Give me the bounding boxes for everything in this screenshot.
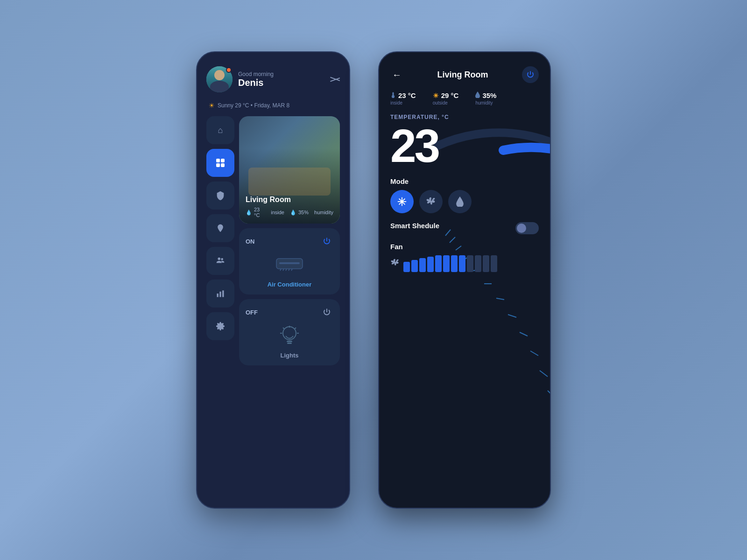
inside-value: 23 °C xyxy=(390,91,416,99)
sun-icon-env: ☀ xyxy=(433,92,439,99)
svg-point-18 xyxy=(283,327,296,340)
svg-rect-20 xyxy=(287,343,292,344)
mode-cool-button[interactable] xyxy=(390,190,414,213)
svg-point-39 xyxy=(392,95,395,98)
fan-bar-9 xyxy=(467,255,473,272)
outside-value: ☀ 29 °C xyxy=(433,91,459,99)
fan-bar-1 xyxy=(403,262,410,272)
fan-bar-group xyxy=(403,255,497,272)
lights-label: Lights xyxy=(246,352,333,359)
fan-bar-5 xyxy=(435,255,442,272)
nav-sidebar: ⌂ xyxy=(206,116,234,494)
svg-point-46 xyxy=(394,262,395,263)
svg-line-26 xyxy=(548,391,551,398)
inside-text: inside xyxy=(271,210,284,215)
nav-users[interactable] xyxy=(206,247,234,275)
menu-button[interactable] xyxy=(330,77,340,81)
left-header: Good morning Denis xyxy=(206,66,340,92)
drop-icon xyxy=(475,91,480,99)
nav-location[interactable] xyxy=(206,214,234,242)
mode-section: Mode xyxy=(390,177,539,213)
humidity-value: 35% xyxy=(475,91,496,99)
svg-line-23 xyxy=(295,328,296,329)
nav-security[interactable] xyxy=(206,182,234,210)
nav-dashboard[interactable] xyxy=(206,149,234,177)
nav-stats[interactable] xyxy=(206,280,234,308)
temperature-display: TEMPERATURE, °C 23 xyxy=(390,114,539,169)
lights-icon-wrap xyxy=(246,323,333,349)
ac-icon xyxy=(275,258,303,273)
ac-label: Air Conditioner xyxy=(246,281,333,288)
inside-label: inside xyxy=(271,207,284,218)
room-info: Living Room 💧 23 °C inside 💧 35% xyxy=(239,190,340,224)
mode-label: Mode xyxy=(390,177,539,185)
weather-text: Sunny 29 °C • Friday, MAR 8 xyxy=(218,102,289,109)
fan-bar-6 xyxy=(443,255,450,272)
svg-rect-0 xyxy=(216,159,220,162)
room-stats: 💧 23 °C inside 💧 35% humidity xyxy=(246,207,333,218)
sun-icon: ☀ xyxy=(209,102,215,109)
phone-left: Good morning Denis ☀ Sunny 29 °C • Frida… xyxy=(196,51,350,509)
fan-section: Fan xyxy=(390,243,539,272)
svg-line-28 xyxy=(530,351,538,356)
room-name: Living Room xyxy=(246,196,333,204)
temp-value: 23 xyxy=(390,122,539,169)
svg-point-6 xyxy=(221,258,223,260)
svg-line-22 xyxy=(283,328,284,329)
lights-power-button[interactable] xyxy=(320,306,333,319)
thermometer-icon: 💧 xyxy=(246,210,252,216)
svg-point-44 xyxy=(401,200,403,203)
main-content: ⌂ xyxy=(206,116,340,494)
user-name: Denis xyxy=(238,77,330,88)
fan-bar-2 xyxy=(411,260,418,272)
back-button[interactable]: ← xyxy=(390,68,403,82)
schedule-toggle[interactable] xyxy=(515,222,539,234)
content-area: Living Room 💧 23 °C inside 💧 35% xyxy=(239,116,340,494)
svg-rect-8 xyxy=(219,292,221,297)
svg-rect-12 xyxy=(279,262,300,264)
svg-rect-19 xyxy=(287,341,292,342)
humidity-icon: 💧 xyxy=(290,210,296,216)
light-bulb-icon xyxy=(279,325,300,348)
fan-bar-3 xyxy=(419,258,426,272)
ac-icon-wrap xyxy=(246,252,333,278)
svg-rect-7 xyxy=(217,294,218,297)
mode-buttons xyxy=(390,190,539,213)
outside-temp-display: 29 °C xyxy=(441,91,459,99)
mode-dry-button[interactable] xyxy=(448,190,472,213)
svg-rect-3 xyxy=(221,163,225,167)
fan-bar-11 xyxy=(483,255,489,272)
ac-power-button[interactable] xyxy=(320,235,333,248)
svg-rect-9 xyxy=(222,290,224,297)
room-power-button[interactable] xyxy=(522,66,539,83)
svg-rect-2 xyxy=(216,163,220,167)
ac-device-card[interactable]: ON xyxy=(239,228,340,294)
greeting-text: Good morning xyxy=(238,71,330,77)
nav-home[interactable]: ⌂ xyxy=(206,116,234,144)
inside-temp-value: 23 °C xyxy=(254,207,265,218)
svg-line-29 xyxy=(520,332,528,336)
fan-bar-4 xyxy=(427,257,434,272)
fan-bar-8 xyxy=(459,255,465,272)
inside-icon xyxy=(390,91,396,99)
svg-point-45 xyxy=(430,201,432,203)
mode-fan-button[interactable] xyxy=(419,190,443,213)
fan-bar-10 xyxy=(475,255,481,272)
humidity-text: humidity xyxy=(314,210,333,215)
humidity-label: humidity xyxy=(314,207,333,218)
avatar-wrap xyxy=(206,66,233,92)
nav-settings[interactable] xyxy=(206,312,234,340)
lights-device-header: OFF xyxy=(246,306,333,319)
svg-line-31 xyxy=(496,298,504,300)
svg-line-36 xyxy=(450,237,455,243)
fan-icon xyxy=(390,258,400,269)
fan-label: Fan xyxy=(390,243,539,251)
room-card[interactable]: Living Room 💧 23 °C inside 💧 35% xyxy=(239,116,340,224)
fan-bars xyxy=(390,255,539,272)
fan-bar-12 xyxy=(491,255,497,272)
ac-status: ON xyxy=(246,238,255,245)
phone-right: ← Living Room 23 °C inside ☀ 29 °C outsi… xyxy=(378,51,551,509)
lights-device-card[interactable]: OFF xyxy=(239,299,340,365)
inside-temp-stat: 💧 23 °C xyxy=(246,207,265,218)
humidity-stat: 💧 35% xyxy=(290,207,309,218)
